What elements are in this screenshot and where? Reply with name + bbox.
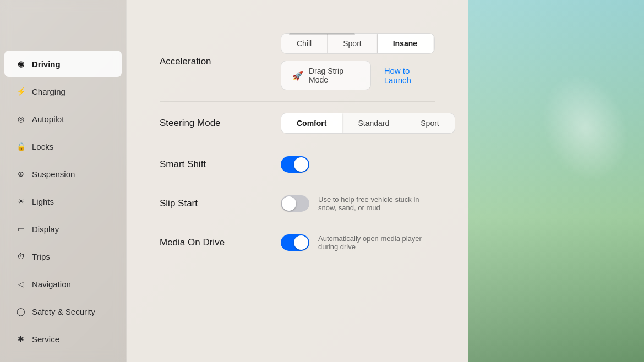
sidebar-item-safety[interactable]: ◯Safety & Security bbox=[4, 298, 122, 325]
sidebar-item-navigation[interactable]: ◁Navigation bbox=[4, 271, 122, 297]
suspension-icon: ⊕ bbox=[15, 168, 26, 179]
autopilot-icon: ◎ bbox=[15, 113, 26, 124]
section-controls-smart_shift bbox=[281, 156, 435, 173]
accel-option-chill[interactable]: Chill bbox=[281, 34, 328, 53]
sidebar-label-autopilot: Autopilot bbox=[32, 114, 64, 124]
steering_mode-option-standard[interactable]: Standard bbox=[342, 113, 405, 133]
safety-icon: ◯ bbox=[15, 306, 26, 317]
sidebar-item-lights[interactable]: ☀Lights bbox=[4, 188, 122, 215]
lights-icon: ☀ bbox=[15, 196, 26, 207]
slip_start-toggle[interactable] bbox=[281, 195, 309, 212]
media_on_drive-toggle[interactable] bbox=[281, 234, 309, 251]
smart_shift-toggle-knob bbox=[294, 157, 308, 172]
slip_start-description: Use to help free vehicle stuck in snow, … bbox=[318, 195, 435, 212]
section-label-smart_shift: Smart Shift bbox=[160, 159, 281, 170]
section-controls-steering_mode: ComfortStandardSport bbox=[281, 113, 455, 134]
section-controls-media_on_drive: Automatically open media player during d… bbox=[281, 234, 435, 251]
slip_start-toggle-wrapper: Use to help free vehicle stuck in snow, … bbox=[281, 195, 435, 212]
section-controls-slip_start: Use to help free vehicle stuck in snow, … bbox=[281, 195, 435, 212]
sidebar-item-trips[interactable]: ⏱Trips bbox=[4, 243, 122, 270]
right-background bbox=[468, 0, 644, 362]
section-label-media_on_drive: Media On Drive bbox=[160, 237, 281, 248]
service-icon: ✱ bbox=[15, 333, 26, 344]
drag-strip-button[interactable]: 🚀Drag Strip Mode bbox=[281, 61, 371, 90]
accel-controls: ChillSportInsane🚀Drag Strip ModeHow to L… bbox=[281, 33, 435, 90]
section-row-media_on_drive: Media On DriveAutomatically open media p… bbox=[160, 223, 435, 262]
acceleration-seg-group: ChillSportInsane bbox=[281, 33, 435, 54]
how-to-launch-link[interactable]: How to Launch bbox=[384, 66, 435, 85]
sidebar-item-software[interactable]: ▷Software bbox=[4, 353, 122, 362]
sidebar-item-driving[interactable]: ◉Driving bbox=[4, 51, 122, 77]
section-row-steering_mode: Steering ModeComfortStandardSport bbox=[160, 102, 435, 145]
sidebar-label-safety: Safety & Security bbox=[32, 307, 95, 316]
section-row-slip_start: Slip StartUse to help free vehicle stuck… bbox=[160, 184, 435, 223]
steering_mode-option-sport[interactable]: Sport bbox=[405, 113, 454, 133]
accel-option-sport[interactable]: Sport bbox=[328, 34, 377, 53]
section-controls-acceleration: ChillSportInsane🚀Drag Strip ModeHow to L… bbox=[281, 33, 435, 90]
sidebar-item-display[interactable]: ▭Display bbox=[4, 216, 122, 242]
driving-icon: ◉ bbox=[15, 58, 26, 69]
sidebar-label-trips: Trips bbox=[32, 252, 50, 261]
smart_shift-toggle-wrapper bbox=[281, 156, 309, 173]
steering_mode-seg-group: ComfortStandardSport bbox=[281, 113, 455, 134]
trips-icon: ⏱ bbox=[15, 251, 26, 262]
drag-strip-row: 🚀Drag Strip ModeHow to Launch bbox=[281, 61, 435, 90]
locks-icon: 🔒 bbox=[15, 141, 26, 152]
sidebar-item-suspension[interactable]: ⊕Suspension bbox=[4, 161, 122, 187]
sidebar-label-service: Service bbox=[32, 334, 59, 344]
section-label-steering_mode: Steering Mode bbox=[160, 118, 281, 129]
drag-strip-label: Drag Strip Mode bbox=[309, 67, 359, 84]
sidebar-item-locks[interactable]: 🔒Locks bbox=[4, 133, 122, 160]
sidebar: ◉Driving⚡Charging◎Autopilot🔒Locks⊕Suspen… bbox=[0, 0, 127, 362]
section-label-slip_start: Slip Start bbox=[160, 198, 281, 209]
slip_start-toggle-knob bbox=[282, 196, 296, 211]
sidebar-label-driving: Driving bbox=[32, 59, 61, 69]
sidebar-label-suspension: Suspension bbox=[32, 169, 75, 179]
smart_shift-toggle[interactable] bbox=[281, 156, 309, 173]
sidebar-item-autopilot[interactable]: ◎Autopilot bbox=[4, 106, 122, 132]
sidebar-label-display: Display bbox=[32, 224, 59, 234]
sidebar-item-service[interactable]: ✱Service bbox=[4, 326, 122, 352]
section-row-smart_shift: Smart Shift bbox=[160, 145, 435, 184]
sidebar-label-lights: Lights bbox=[32, 197, 54, 206]
screen-wrapper: ◉Driving⚡Charging◎Autopilot🔒Locks⊕Suspen… bbox=[0, 0, 644, 362]
accel-option-insane[interactable]: Insane bbox=[378, 34, 433, 53]
scroll-indicator bbox=[289, 33, 355, 35]
steering_mode-option-comfort[interactable]: Comfort bbox=[281, 113, 342, 133]
media_on_drive-toggle-knob bbox=[294, 235, 308, 250]
main-content: AccelerationChillSportInsane🚀Drag Strip … bbox=[127, 0, 468, 362]
glare-effect bbox=[527, 62, 642, 193]
sidebar-label-locks: Locks bbox=[32, 142, 53, 151]
charging-icon: ⚡ bbox=[15, 86, 26, 97]
navigation-icon: ◁ bbox=[15, 278, 26, 289]
media_on_drive-toggle-wrapper: Automatically open media player during d… bbox=[281, 234, 435, 251]
display-icon: ▭ bbox=[15, 223, 26, 234]
sidebar-item-charging[interactable]: ⚡Charging bbox=[4, 78, 122, 105]
media_on_drive-description: Automatically open media player during d… bbox=[318, 234, 435, 251]
rocket-icon: 🚀 bbox=[292, 70, 303, 81]
sidebar-label-navigation: Navigation bbox=[32, 279, 71, 289]
sidebar-label-charging: Charging bbox=[32, 87, 66, 96]
section-label-acceleration: Acceleration bbox=[160, 56, 281, 67]
